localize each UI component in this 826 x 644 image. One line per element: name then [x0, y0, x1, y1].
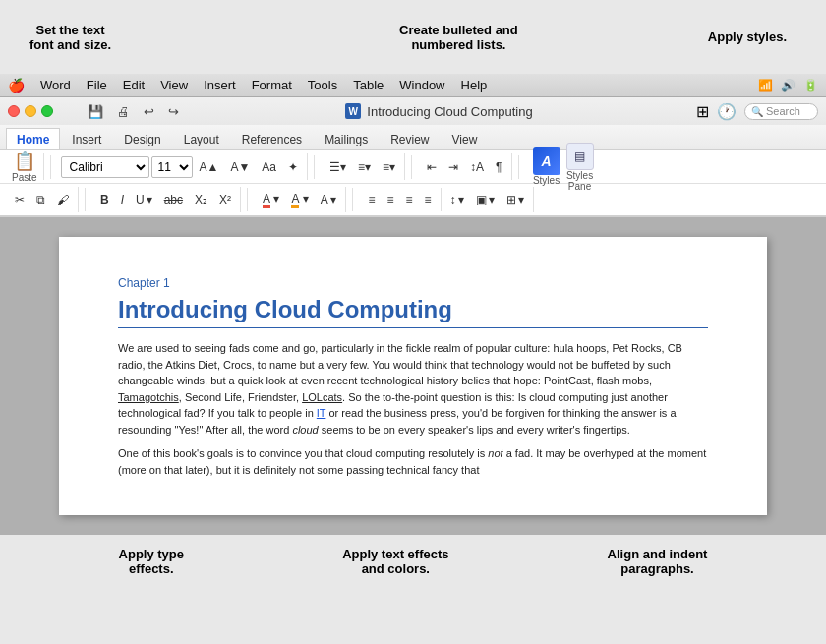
align-left-button[interactable]: ≡: [363, 190, 380, 209]
search-label[interactable]: Search: [766, 105, 800, 117]
show-marks-button[interactable]: ¶: [491, 157, 506, 177]
annotation-bullets: Create bulleted and numbered lists.: [399, 23, 518, 52]
tab-design[interactable]: Design: [113, 128, 171, 149]
close-button[interactable]: [8, 105, 20, 117]
menu-window[interactable]: Window: [399, 78, 444, 92]
annotation-font-size: Set the text font and size.: [30, 23, 111, 52]
cut-icon: ✂: [15, 193, 25, 206]
styles-button[interactable]: A Styles: [533, 147, 560, 186]
copy-button[interactable]: ⧉: [31, 190, 50, 209]
font-color-icon: A ▾: [263, 192, 279, 208]
subscript-button[interactable]: X₂: [190, 190, 212, 209]
styles-pane-label: Styles Pane: [566, 170, 593, 192]
styles-pane-button[interactable]: ▤ Styles Pane: [566, 143, 594, 192]
styles-label: Styles: [533, 175, 560, 186]
title-bar-center: W Introducing Cloud Computing: [190, 103, 688, 119]
line-spacing-icon: ↕: [450, 193, 456, 206]
menu-table[interactable]: Table: [353, 78, 384, 92]
align-group: ≡ ≡ ≡ ≡ ↕ ▾ ▣ ▾ ⊞ ▾: [359, 187, 533, 212]
decrease-indent-button[interactable]: ⇤: [422, 157, 442, 177]
share-icon[interactable]: ⊞: [696, 102, 709, 121]
traffic-lights: [8, 105, 53, 117]
sep2: [314, 155, 315, 179]
align-center-icon: ≡: [386, 193, 393, 206]
redo-icon[interactable]: ↪: [165, 104, 182, 119]
line-spacing-button[interactable]: ↕ ▾: [445, 190, 469, 209]
menu-help[interactable]: Help: [461, 78, 488, 92]
bold-button[interactable]: B: [95, 190, 114, 209]
shading-icon: ▣: [476, 193, 487, 206]
document-area: Chapter 1 Introducing Cloud Computing We…: [0, 217, 826, 535]
menu-view[interactable]: View: [160, 78, 188, 92]
text-effect-icon: A ▾: [321, 193, 337, 206]
grow-font-button[interactable]: A▲: [195, 157, 224, 177]
strikethrough-button[interactable]: abc: [159, 190, 188, 209]
shrink-font-button[interactable]: A▼: [225, 157, 255, 177]
increase-indent-icon: ⇥: [448, 160, 458, 174]
change-case-button[interactable]: Aa: [257, 157, 281, 177]
history-icon[interactable]: 🕐: [717, 102, 737, 121]
font-selector[interactable]: Calibri Arial Times New Roman: [61, 156, 149, 178]
shading-button[interactable]: ▣ ▾: [471, 190, 500, 209]
save-icon[interactable]: 💾: [85, 104, 106, 119]
tab-insert[interactable]: Insert: [61, 128, 112, 149]
number-list-icon: ≡▾: [358, 160, 371, 174]
align-right-icon: ≡: [406, 193, 413, 206]
maximize-button[interactable]: [41, 105, 53, 117]
tab-references[interactable]: References: [231, 128, 313, 149]
tab-mailings[interactable]: Mailings: [314, 128, 379, 149]
underline-button[interactable]: U ▾: [131, 190, 157, 209]
sep5: [85, 188, 86, 211]
justify-button[interactable]: ≡: [420, 190, 437, 209]
tab-home[interactable]: Home: [6, 128, 60, 149]
menu-tools[interactable]: Tools: [308, 78, 337, 92]
minimize-button[interactable]: [25, 105, 36, 117]
number-list-button[interactable]: ≡▾: [353, 157, 376, 177]
multilevel-list-button[interactable]: ≡▾: [378, 157, 400, 177]
menu-format[interactable]: Format: [252, 78, 292, 92]
styles-section: A Styles ▤ Styles Pane: [525, 141, 602, 194]
highlight-icon: A ▾: [291, 192, 308, 208]
title-bar-right: ⊞ 🕐 🔍 Search: [696, 102, 818, 121]
strikethrough-icon: abc: [164, 193, 183, 206]
sep6: [247, 188, 248, 211]
word-app-icon: W: [345, 103, 361, 119]
ribbon-tabs: Home Insert Design Layout References Mai…: [0, 125, 826, 150]
menu-file[interactable]: File: [87, 78, 107, 92]
document-body: We are used to seeing fads come and go, …: [118, 340, 708, 478]
font-color-button[interactable]: A ▾: [258, 189, 284, 211]
align-right-button[interactable]: ≡: [401, 190, 418, 209]
bullet-list-button[interactable]: ☰▾: [324, 157, 351, 177]
top-annotations: Set the text font and size. Create bulle…: [0, 0, 826, 74]
tab-review[interactable]: Review: [380, 128, 440, 149]
cut-button[interactable]: ✂: [10, 190, 30, 209]
styles-pane-icon: ▤: [566, 143, 594, 170]
print-icon[interactable]: 🖨: [114, 104, 133, 119]
borders-button[interactable]: ⊞ ▾: [502, 190, 529, 209]
paste-label[interactable]: Paste: [12, 172, 37, 183]
sep8: [441, 188, 442, 211]
highlight-button[interactable]: A ▾: [286, 189, 313, 211]
tab-layout[interactable]: Layout: [173, 128, 230, 149]
annotation-type-effects: Apply type effects.: [119, 547, 184, 576]
undo-icon[interactable]: ↩: [141, 104, 157, 119]
annotation-align-indent: Align and indent paragraphs.: [608, 547, 708, 576]
apple-menu[interactable]: 🍎: [8, 78, 25, 93]
tab-view[interactable]: View: [442, 128, 489, 149]
increase-indent-button[interactable]: ⇥: [443, 157, 463, 177]
font-group: Calibri Arial Times New Roman 11 10 12 1…: [57, 153, 308, 180]
paste-icon[interactable]: 📋: [14, 150, 35, 172]
underline-icon: U: [136, 193, 145, 206]
menu-word[interactable]: Word: [40, 78, 71, 92]
menu-edit[interactable]: Edit: [123, 78, 145, 92]
sort-button[interactable]: ↕A: [465, 157, 489, 177]
italic-button[interactable]: I: [116, 190, 129, 209]
format-painter-button[interactable]: 🖌: [52, 190, 74, 209]
font-size-selector[interactable]: 11 10 12 14: [151, 156, 193, 178]
align-center-button[interactable]: ≡: [382, 190, 398, 209]
superscript-button[interactable]: X²: [214, 190, 236, 209]
clear-format-button[interactable]: ✦: [283, 157, 303, 177]
text-effect-button[interactable]: A ▾: [316, 190, 342, 209]
menu-insert[interactable]: Insert: [204, 78, 236, 92]
show-marks-icon: ¶: [496, 160, 502, 174]
